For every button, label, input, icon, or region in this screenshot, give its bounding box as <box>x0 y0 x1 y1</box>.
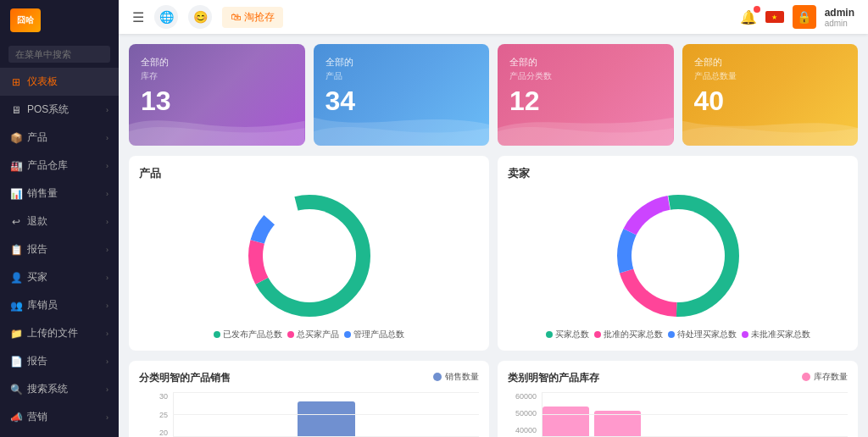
sidebar-item-marketing[interactable]: 📣 营销 › <box>0 403 119 431</box>
inventory-bar-section: 类别明智的产品库存 库存数量 60000 50000 40000 30000 2… <box>498 361 858 437</box>
user-icon[interactable]: 😊 <box>188 5 212 29</box>
sales-legend: 销售数量 <box>433 371 479 383</box>
svg-point-8 <box>632 209 725 302</box>
bar-item <box>542 392 589 437</box>
bar-item <box>698 392 744 437</box>
chevron-icon: › <box>106 357 108 366</box>
notification-bell[interactable]: 🔔 <box>740 9 757 25</box>
sidebar-icon-product-warehouse: 🏭 <box>10 160 22 172</box>
sidebar-item-seller[interactable]: 👥 库销员 › <box>0 291 119 319</box>
sellers-legend: 买家总数 批准的买家总数 待处理买家总数 未批准买家总数 <box>508 329 848 340</box>
bar-item <box>360 392 417 437</box>
products-donut-section: 产品 已发布产品总数 总买家产品 管理产品总数 <box>129 156 489 351</box>
sidebar-label-seller: 库销员 <box>27 298 106 313</box>
sidebar-item-report[interactable]: 📋 报告 › <box>0 235 119 263</box>
logo-icon: 囧哈 <box>10 8 41 32</box>
globe-icon[interactable]: 🌐 <box>154 5 178 29</box>
language-flag[interactable]: ★ <box>765 11 784 23</box>
sidebar-item-dashboard[interactable]: ⊞ 仪表板 <box>0 68 119 96</box>
sidebar-item-products[interactable]: 📦 产品 › <box>0 124 119 152</box>
sidebar-item-support[interactable]: 💬 支持 › <box>0 431 119 437</box>
sidebar-label-products: 产品 <box>27 130 106 145</box>
sidebar-icon-report: 📋 <box>10 244 22 256</box>
chevron-icon: › <box>106 134 108 142</box>
sidebar-label-dashboard: 仪表板 <box>27 75 108 89</box>
warehouse-nav-item[interactable]: 🛍 淘抢存 <box>222 7 283 28</box>
admin-role: admin <box>825 19 854 28</box>
bar-item <box>298 392 354 437</box>
bar-item <box>174 392 231 437</box>
bar-item <box>594 392 641 437</box>
card-title-stat2: 全部的 <box>326 56 478 69</box>
sidebar-nav: ⊞ 仪表板 🖥 POS系统 ›📦 产品 ›🏭 产品仓库 ›📊 销售量 ›↩ 退款… <box>0 68 119 437</box>
card-title-stat4: 全部的 <box>694 56 847 69</box>
warehouse-label: 淘抢存 <box>244 10 275 25</box>
bar-item <box>801 392 848 437</box>
stat-card-stat1: 全部的 库存 13 <box>129 44 305 146</box>
lock-icon[interactable]: 🔒 <box>793 5 816 29</box>
chevron-icon: › <box>106 162 108 170</box>
sidebar-label-search-system: 搜索系统 <box>27 382 106 396</box>
sales-chart-area: 30 25 20 15 10 5 <box>139 392 479 437</box>
card-wave-stat4 <box>682 103 859 146</box>
sidebar-icon-refund: ↩ <box>10 216 22 228</box>
sidebar-label-refund: 退款 <box>27 214 106 229</box>
chevron-icon: › <box>106 190 108 198</box>
sellers-donut-title: 卖家 <box>508 166 848 181</box>
page-content: 全部的 库存 13 全部的 产品 34 全部的 产品分类数 12 全部的 <box>119 34 868 437</box>
stat-card-stat4: 全部的 产品总数量 40 <box>682 44 859 146</box>
sidebar-label-upload-file: 上传的文件 <box>27 326 106 340</box>
sidebar-icon-buyer: 👤 <box>10 272 22 284</box>
card-subtitle-stat3: 产品分类数 <box>509 70 662 82</box>
chevron-icon: › <box>106 413 108 422</box>
inventory-bar-title: 类别明智的产品库存 <box>508 371 848 385</box>
products-donut-title: 产品 <box>139 166 479 181</box>
card-wave-stat1 <box>129 103 305 146</box>
admin-info: admin admin <box>825 7 854 28</box>
chevron-icon: › <box>106 274 108 282</box>
header: ☰ 🌐 😊 🛍 淘抢存 🔔 ★ 🔒 admin admin <box>119 0 868 34</box>
sellers-donut-chart <box>508 188 848 324</box>
stat-card-stat2: 全部的 产品 34 <box>314 44 490 146</box>
sidebar-label-pos: POS系统 <box>27 102 106 117</box>
bar-item <box>646 392 693 437</box>
sidebar-search-input[interactable] <box>8 46 110 63</box>
warehouse-icon: 🛍 <box>231 11 241 23</box>
sidebar-icon-products: 📦 <box>10 132 22 144</box>
notification-badge <box>754 6 760 13</box>
sidebar-label-sales: 销售量 <box>27 186 106 201</box>
sidebar-item-reports2[interactable]: 📄 报告 › <box>0 347 119 375</box>
inventory-chart-area: 60000 50000 40000 30000 20000 10000 0 <box>508 392 848 437</box>
sellers-donut-section: 卖家 买家总数 批准的买家总数 待处理买家总数 未批准买家总数 <box>498 156 858 351</box>
chevron-icon: › <box>106 329 108 338</box>
donut-charts-row: 产品 已发布产品总数 总买家产品 管理产品总数 卖家 <box>129 156 858 351</box>
main-content: ☰ 🌐 😊 🛍 淘抢存 🔔 ★ 🔒 admin admin 全部的 库存 13 <box>119 0 868 437</box>
sidebar-item-product-warehouse[interactable]: 🏭 产品仓库 › <box>0 152 119 180</box>
card-wave-stat2 <box>314 103 490 146</box>
card-subtitle-stat2: 产品 <box>326 70 478 82</box>
chevron-icon: › <box>106 246 108 254</box>
sidebar-item-upload-file[interactable]: 📁 上传的文件 › <box>0 319 119 347</box>
sales-bar-section: 分类明智的产品销售 销售数量 30 25 20 15 10 5 <box>129 361 489 437</box>
sidebar-item-refund[interactable]: ↩ 退款 › <box>0 207 119 235</box>
sidebar-icon-reports2: 📄 <box>10 356 22 368</box>
sidebar-item-pos[interactable]: 🖥 POS系统 › <box>0 96 119 124</box>
sidebar-icon-seller: 👥 <box>10 300 22 312</box>
sidebar-icon-upload-file: 📁 <box>10 328 22 340</box>
chevron-icon: › <box>106 301 108 310</box>
menu-icon[interactable]: ☰ <box>132 9 144 25</box>
bar-charts-row: 分类明智的产品销售 销售数量 30 25 20 15 10 5 <box>129 361 858 437</box>
bar-item <box>749 392 796 437</box>
card-subtitle-stat4: 产品总数量 <box>694 70 847 82</box>
card-wave-stat3 <box>498 103 674 146</box>
sidebar-item-sales[interactable]: 📊 销售量 › <box>0 180 119 207</box>
inventory-y-axis: 60000 50000 40000 30000 20000 10000 0 <box>508 392 540 437</box>
sales-y-axis: 30 25 20 15 10 5 <box>139 392 171 437</box>
sales-bar-title: 分类明智的产品销售 <box>139 371 479 385</box>
sidebar-icon-dashboard: ⊞ <box>10 76 22 88</box>
sidebar-item-search-system[interactable]: 🔍 搜索系统 › <box>0 375 119 403</box>
bar-item <box>236 392 292 437</box>
sidebar-item-buyer[interactable]: 👤 买家 › <box>0 263 119 291</box>
stat-card-stat3: 全部的 产品分类数 12 <box>498 44 674 146</box>
sidebar-label-marketing: 营销 <box>27 410 106 424</box>
